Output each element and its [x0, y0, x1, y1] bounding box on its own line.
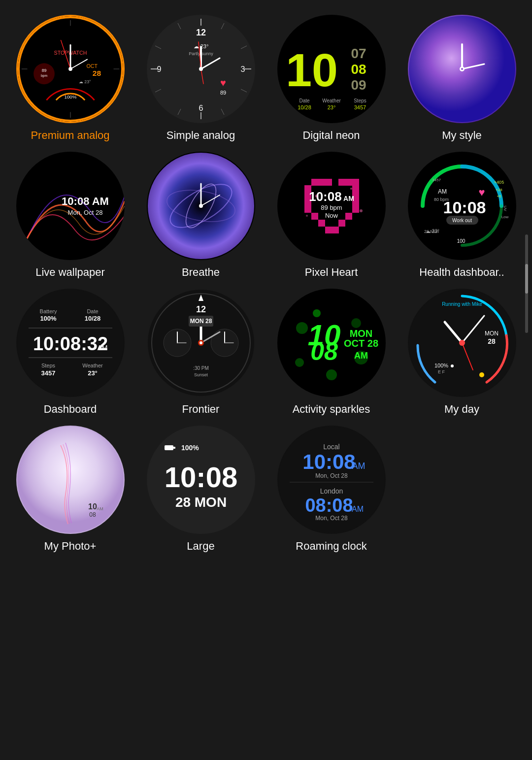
watch-item-live-wallpaper[interactable]: 10:08 AM Mon, Oct 28 Live wallpaper	[10, 152, 131, 279]
svg-text:+405: +405	[494, 180, 503, 185]
watch-face-dashboard[interactable]: Battery Date 100% 10/28 10:08:32 AM Step…	[16, 289, 125, 397]
watch-item-my-day[interactable]: Running with Mike 100% MON 28	[401, 289, 522, 416]
watch-label-live-wallpaper: Live wallpaper	[35, 266, 105, 279]
svg-text:♥: ♥	[220, 77, 226, 88]
svg-point-151	[326, 369, 337, 380]
svg-rect-175	[173, 447, 175, 449]
svg-text:Mon, Oct 28: Mon, Oct 28	[67, 209, 102, 216]
watch-face-activity-sparkles[interactable]: 10 MON OCT 28 08 AM	[277, 289, 386, 397]
watch-face-live-wallpaper[interactable]: 10:08 AM Mon, Oct 28	[16, 152, 125, 260]
svg-text:3457: 3457	[41, 369, 55, 377]
svg-point-148	[351, 318, 361, 328]
watch-label-dashboard: Dashboard	[44, 403, 97, 416]
svg-rect-74	[325, 179, 332, 186]
svg-rect-76	[345, 179, 352, 186]
scrollbar-thumb[interactable]	[525, 264, 528, 294]
watch-item-large[interactable]: 100% 10:08 28 MON Large	[140, 426, 261, 553]
svg-text:09: 09	[351, 77, 366, 93]
svg-point-58	[461, 68, 463, 70]
scrollbar[interactable]	[525, 234, 528, 333]
svg-text:28: 28	[92, 69, 101, 77]
svg-text:♥: ♥	[478, 186, 485, 198]
watch-label-pixel-heart: Pixel Heart	[305, 266, 358, 279]
svg-text:Weather: Weather	[82, 363, 103, 368]
watch-item-health-dashboard[interactable]: ♥ AM 80 bpm 10:08 Work out ☁ 23° +405 +2…	[401, 152, 522, 279]
watch-face-digital-neon[interactable]: 10 07 08 09 Date Weather Steps 10/28 23°…	[277, 15, 386, 123]
svg-rect-90	[332, 227, 339, 233]
watch-item-digital-neon[interactable]: 10 07 08 09 Date Weather Steps 10/28 23°…	[271, 15, 392, 142]
svg-text:23°: 23°	[88, 369, 98, 377]
watch-item-activity-sparkles[interactable]: 10 MON OCT 28 08 AM Activity sparkles	[271, 289, 392, 416]
svg-text:Local: Local	[323, 443, 339, 451]
svg-point-140	[200, 341, 202, 344]
watch-label-breathe: Breathe	[182, 266, 220, 279]
svg-point-162	[459, 340, 465, 346]
svg-text:UV: UV	[502, 205, 507, 211]
svg-point-94	[360, 209, 363, 212]
watch-label-my-style: My style	[442, 129, 482, 142]
svg-rect-77	[352, 179, 359, 186]
svg-point-93	[306, 215, 308, 217]
svg-text:Low: Low	[501, 215, 508, 219]
svg-text:Steps: Steps	[354, 98, 366, 103]
svg-text:10:08 AM: 10:08 AM	[62, 195, 109, 207]
svg-text:E    F: E F	[437, 369, 445, 374]
svg-text:MON 28: MON 28	[190, 318, 212, 325]
watch-label-premium-analog: Premium analog	[31, 129, 109, 142]
svg-text:OCT 28: OCT 28	[343, 338, 378, 349]
svg-text:28 MON: 28 MON	[175, 495, 226, 510]
svg-point-92	[350, 188, 352, 190]
svg-point-147	[313, 309, 321, 317]
svg-rect-86	[345, 213, 352, 220]
watch-face-my-style[interactable]	[408, 15, 516, 123]
svg-text:OCT: OCT	[86, 63, 98, 69]
svg-text:08: 08	[351, 62, 366, 77]
watch-face-health-dashboard[interactable]: ♥ AM 80 bpm 10:08 Work out ☁ 23° +405 +2…	[408, 152, 516, 260]
watch-face-breathe[interactable]	[147, 152, 255, 260]
svg-text::30 PM: :30 PM	[193, 365, 209, 371]
svg-text:23°: 23°	[327, 104, 335, 110]
watch-item-premium-analog[interactable]: STOPWATCH 89 bpm OCT 28 ☁ 23° 100%	[10, 15, 131, 142]
svg-rect-78	[352, 185, 359, 192]
svg-text:AM: AM	[352, 461, 365, 471]
svg-point-167	[479, 372, 484, 377]
svg-text:08: 08	[310, 338, 338, 365]
watch-face-simple-analog[interactable]: 12 3 6 9 ☁ 23° Partly sunny ♥ 89	[147, 15, 255, 123]
watch-item-simple-analog[interactable]: 12 3 6 9 ☁ 23° Partly sunny ♥ 89	[140, 15, 261, 142]
svg-point-42	[199, 67, 203, 71]
watch-item-roaming-clock[interactable]: Local 10:08 AM Mon, Oct 28 London 08:08 …	[271, 426, 392, 553]
watch-face-premium-analog[interactable]: STOPWATCH 89 bpm OCT 28 ☁ 23° 100%	[16, 15, 125, 123]
svg-point-69	[199, 204, 203, 208]
svg-text:+6: +6	[497, 194, 501, 198]
svg-text:08: 08	[89, 511, 96, 518]
svg-text:08:08: 08:08	[305, 495, 353, 516]
watch-face-frontier[interactable]: 12	[147, 289, 255, 397]
svg-text:Work out: Work out	[452, 218, 472, 223]
watch-label-my-photo: My Photo+	[44, 540, 97, 553]
svg-text:AM: AM	[97, 344, 107, 352]
svg-text:3: 3	[240, 65, 245, 73]
svg-text:☁ 23°: ☁ 23°	[78, 79, 91, 84]
watch-item-my-photo[interactable]: 10 08 AM My Photo+	[10, 426, 131, 553]
watch-face-pixel-heart[interactable]: 10:08 AM 89 bpm Now	[277, 152, 386, 260]
svg-text:Mon, Oct 28: Mon, Oct 28	[315, 515, 348, 522]
watch-item-my-style[interactable]: My style	[401, 15, 522, 142]
svg-point-164	[451, 364, 454, 367]
watch-face-large[interactable]: 100% 10:08 28 MON	[147, 426, 255, 534]
svg-rect-84	[352, 206, 359, 213]
watch-face-grid: STOPWATCH 89 bpm OCT 28 ☁ 23° 100%	[0, 0, 532, 567]
watch-item-pixel-heart[interactable]: 10:08 AM 89 bpm Now Pixel Heart	[271, 152, 392, 279]
svg-text:100%: 100%	[434, 363, 448, 368]
svg-point-16	[68, 67, 72, 71]
watch-item-breathe[interactable]: Breathe	[140, 152, 261, 279]
watch-item-dashboard[interactable]: Battery Date 100% 10/28 10:08:32 AM Step…	[10, 289, 131, 416]
svg-point-150	[295, 358, 304, 367]
watch-label-health-dashboard: Health dashboar..	[419, 266, 504, 279]
watch-face-roaming-clock[interactable]: Local 10:08 AM Mon, Oct 28 London 08:08 …	[277, 426, 386, 534]
watch-face-my-day[interactable]: Running with Mike 100% MON 28	[408, 289, 516, 397]
watch-item-frontier[interactable]: 12	[140, 289, 261, 416]
watch-face-my-photo[interactable]: 10 08 AM	[16, 426, 125, 534]
svg-text:MON: MON	[485, 330, 499, 337]
svg-rect-85	[311, 213, 318, 220]
svg-text:Battery: Battery	[39, 308, 57, 314]
